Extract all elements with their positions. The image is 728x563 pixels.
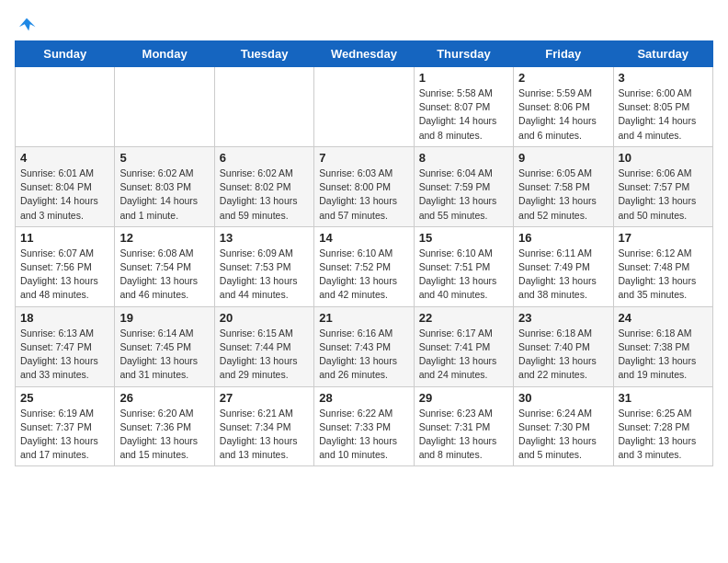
day-number: 29: [419, 391, 508, 405]
day-number: 9: [518, 151, 608, 165]
day-info: Sunrise: 6:10 AM Sunset: 7:51 PM Dayligh…: [419, 247, 508, 303]
day-number: 24: [619, 311, 708, 325]
day-info: Sunrise: 6:03 AM Sunset: 8:00 PM Dayligh…: [319, 167, 408, 223]
day-number: 10: [619, 151, 708, 165]
calendar-cell: 14Sunrise: 6:10 AM Sunset: 7:52 PM Dayli…: [314, 226, 414, 306]
day-info: Sunrise: 6:25 AM Sunset: 7:28 PM Dayligh…: [619, 407, 708, 463]
day-number: 16: [518, 231, 608, 245]
dow-header-wednesday: Wednesday: [314, 41, 414, 67]
calendar-cell: 30Sunrise: 6:24 AM Sunset: 7:30 PM Dayli…: [514, 386, 613, 466]
day-number: 4: [20, 151, 109, 165]
calendar-cell: 15Sunrise: 6:10 AM Sunset: 7:51 PM Dayli…: [414, 226, 513, 306]
day-info: Sunrise: 6:00 AM Sunset: 8:05 PM Dayligh…: [619, 86, 708, 143]
calendar-cell: 10Sunrise: 6:06 AM Sunset: 7:57 PM Dayli…: [613, 146, 712, 226]
day-number: 22: [419, 311, 508, 325]
day-info: Sunrise: 6:02 AM Sunset: 8:03 PM Dayligh…: [119, 167, 209, 223]
day-info: Sunrise: 6:12 AM Sunset: 7:48 PM Dayligh…: [619, 247, 708, 303]
calendar-cell: 7Sunrise: 6:03 AM Sunset: 8:00 PM Daylig…: [314, 146, 414, 226]
day-number: 17: [619, 231, 708, 245]
day-info: Sunrise: 6:15 AM Sunset: 7:44 PM Dayligh…: [220, 327, 309, 383]
day-info: Sunrise: 6:09 AM Sunset: 7:53 PM Dayligh…: [220, 247, 309, 303]
day-number: 12: [119, 231, 209, 245]
calendar-cell: 6Sunrise: 6:02 AM Sunset: 8:02 PM Daylig…: [214, 146, 313, 226]
day-info: Sunrise: 6:20 AM Sunset: 7:36 PM Dayligh…: [119, 407, 209, 463]
calendar-body: 1Sunrise: 5:58 AM Sunset: 8:07 PM Daylig…: [16, 67, 713, 466]
day-number: 6: [220, 151, 309, 165]
calendar-cell: 20Sunrise: 6:15 AM Sunset: 7:44 PM Dayli…: [214, 306, 313, 386]
day-number: 19: [119, 311, 209, 325]
day-number: 30: [518, 391, 608, 405]
calendar-cell: 12Sunrise: 6:08 AM Sunset: 7:54 PM Dayli…: [115, 226, 214, 306]
calendar-cell: 25Sunrise: 6:19 AM Sunset: 7:37 PM Dayli…: [16, 386, 115, 466]
day-info: Sunrise: 6:17 AM Sunset: 7:41 PM Dayligh…: [419, 327, 508, 383]
day-number: 15: [419, 231, 508, 245]
day-number: 21: [319, 311, 408, 325]
logo-bird-icon: [17, 15, 37, 35]
calendar-cell: [16, 67, 115, 147]
day-info: Sunrise: 6:13 AM Sunset: 7:47 PM Dayligh…: [20, 327, 109, 383]
day-info: Sunrise: 6:24 AM Sunset: 7:30 PM Dayligh…: [518, 407, 608, 463]
day-number: 28: [319, 391, 408, 405]
dow-header-thursday: Thursday: [414, 41, 513, 67]
day-info: Sunrise: 6:08 AM Sunset: 7:54 PM Dayligh…: [119, 247, 209, 303]
dow-header-sunday: Sunday: [16, 41, 115, 67]
day-number: 20: [220, 311, 309, 325]
day-number: 1: [419, 71, 508, 85]
day-info: Sunrise: 6:02 AM Sunset: 8:02 PM Dayligh…: [220, 167, 309, 223]
calendar-cell: [115, 67, 214, 147]
calendar-cell: 9Sunrise: 6:05 AM Sunset: 7:58 PM Daylig…: [514, 146, 613, 226]
day-info: Sunrise: 5:59 AM Sunset: 8:06 PM Dayligh…: [518, 86, 608, 143]
calendar-cell: 5Sunrise: 6:02 AM Sunset: 8:03 PM Daylig…: [115, 146, 214, 226]
calendar-cell: 16Sunrise: 6:11 AM Sunset: 7:49 PM Dayli…: [514, 226, 613, 306]
day-of-week-header-row: SundayMondayTuesdayWednesdayThursdayFrid…: [16, 41, 713, 67]
day-number: 5: [119, 151, 209, 165]
calendar-cell: 27Sunrise: 6:21 AM Sunset: 7:34 PM Dayli…: [214, 386, 313, 466]
day-info: Sunrise: 6:23 AM Sunset: 7:31 PM Dayligh…: [419, 407, 508, 463]
day-info: Sunrise: 6:21 AM Sunset: 7:34 PM Dayligh…: [220, 407, 309, 463]
calendar-cell: 29Sunrise: 6:23 AM Sunset: 7:31 PM Dayli…: [414, 386, 513, 466]
day-info: Sunrise: 6:19 AM Sunset: 7:37 PM Dayligh…: [20, 407, 109, 463]
calendar-cell: 3Sunrise: 6:00 AM Sunset: 8:05 PM Daylig…: [613, 67, 712, 147]
dow-header-saturday: Saturday: [613, 41, 712, 67]
day-info: Sunrise: 6:04 AM Sunset: 7:59 PM Dayligh…: [419, 167, 508, 223]
logo: [15, 15, 37, 31]
day-number: 18: [20, 311, 109, 325]
calendar-table: SundayMondayTuesdayWednesdayThursdayFrid…: [15, 40, 713, 466]
day-number: 26: [119, 391, 209, 405]
day-info: Sunrise: 6:18 AM Sunset: 7:38 PM Dayligh…: [619, 327, 708, 383]
calendar-week-row: 1Sunrise: 5:58 AM Sunset: 8:07 PM Daylig…: [16, 67, 713, 147]
day-info: Sunrise: 6:07 AM Sunset: 7:56 PM Dayligh…: [20, 247, 109, 303]
day-number: 2: [518, 71, 608, 85]
day-info: Sunrise: 6:14 AM Sunset: 7:45 PM Dayligh…: [119, 327, 209, 383]
calendar-cell: 1Sunrise: 5:58 AM Sunset: 8:07 PM Daylig…: [414, 67, 513, 147]
day-info: Sunrise: 5:58 AM Sunset: 8:07 PM Dayligh…: [419, 86, 508, 143]
calendar-week-row: 4Sunrise: 6:01 AM Sunset: 8:04 PM Daylig…: [16, 146, 713, 226]
day-number: 14: [319, 231, 408, 245]
dow-header-tuesday: Tuesday: [214, 41, 313, 67]
day-number: 23: [518, 311, 608, 325]
calendar-cell: 2Sunrise: 5:59 AM Sunset: 8:06 PM Daylig…: [514, 67, 613, 147]
day-info: Sunrise: 6:06 AM Sunset: 7:57 PM Dayligh…: [619, 167, 708, 223]
calendar-cell: 18Sunrise: 6:13 AM Sunset: 7:47 PM Dayli…: [16, 306, 115, 386]
day-number: 31: [619, 391, 708, 405]
day-info: Sunrise: 6:01 AM Sunset: 8:04 PM Dayligh…: [20, 167, 109, 223]
calendar-cell: [314, 67, 414, 147]
page-header: [15, 15, 713, 31]
calendar-cell: 22Sunrise: 6:17 AM Sunset: 7:41 PM Dayli…: [414, 306, 513, 386]
calendar-cell: 19Sunrise: 6:14 AM Sunset: 7:45 PM Dayli…: [115, 306, 214, 386]
calendar-week-row: 18Sunrise: 6:13 AM Sunset: 7:47 PM Dayli…: [16, 306, 713, 386]
calendar-week-row: 11Sunrise: 6:07 AM Sunset: 7:56 PM Dayli…: [16, 226, 713, 306]
svg-marker-0: [19, 18, 36, 31]
day-info: Sunrise: 6:11 AM Sunset: 7:49 PM Dayligh…: [518, 247, 608, 303]
day-number: 25: [20, 391, 109, 405]
day-info: Sunrise: 6:22 AM Sunset: 7:33 PM Dayligh…: [319, 407, 408, 463]
calendar-cell: 24Sunrise: 6:18 AM Sunset: 7:38 PM Dayli…: [613, 306, 712, 386]
calendar-cell: 13Sunrise: 6:09 AM Sunset: 7:53 PM Dayli…: [214, 226, 313, 306]
calendar-cell: 4Sunrise: 6:01 AM Sunset: 8:04 PM Daylig…: [16, 146, 115, 226]
day-number: 11: [20, 231, 109, 245]
day-number: 13: [220, 231, 309, 245]
dow-header-friday: Friday: [514, 41, 613, 67]
day-info: Sunrise: 6:16 AM Sunset: 7:43 PM Dayligh…: [319, 327, 408, 383]
calendar-cell: 21Sunrise: 6:16 AM Sunset: 7:43 PM Dayli…: [314, 306, 414, 386]
day-info: Sunrise: 6:18 AM Sunset: 7:40 PM Dayligh…: [518, 327, 608, 383]
